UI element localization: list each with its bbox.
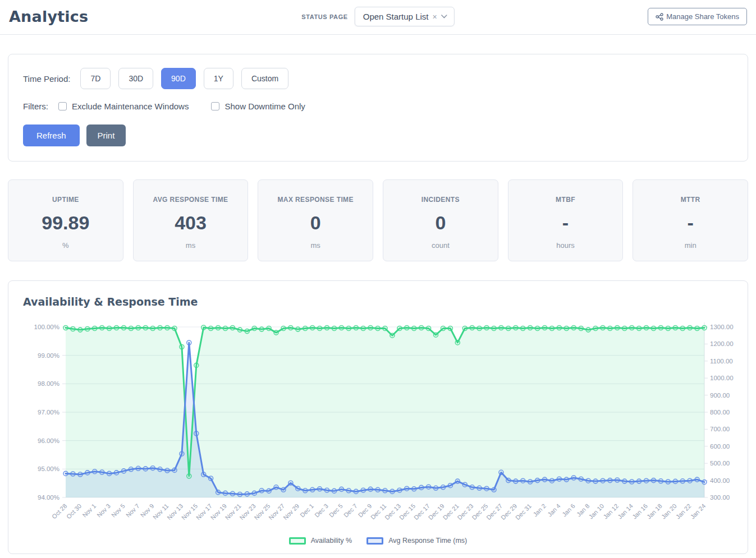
stat-unit: % [14,241,117,250]
x-axis-tick: Jan 22 [675,502,693,520]
stat-card-uptime: UPTIME 99.89 % [8,179,123,261]
stats-row: UPTIME 99.89 % AVG RESPONSE TIME 403 ms … [8,179,748,261]
x-axis-tick: Jan 4 [546,502,562,518]
stat-card-incidents: INCIDENTS 0 count [383,179,498,261]
stat-label: MAX RESPONSE TIME [264,196,367,204]
x-axis-tick: Dec 5 [328,502,344,519]
stat-value: - [514,213,617,233]
chart-title: Availability & Response Time [23,296,739,308]
left-axis-tick: 97.00% [38,409,59,416]
time-period-label: Time Period: [23,74,70,84]
x-axis-tick: Jan 24 [689,502,707,520]
right-axis-tick: 900.00 [710,392,730,399]
stat-label: MTTR [639,196,742,204]
analytics-page: Analytics STATUS PAGE Open Startup List … [0,0,756,558]
print-button[interactable]: Print [86,124,126,146]
stat-label: AVG RESPONSE TIME [139,196,242,204]
left-axis-tick: 98.00% [38,380,59,387]
exclude-maintenance-checkbox[interactable] [58,102,67,110]
stat-value: 403 [139,213,242,233]
stat-card-max-response: MAX RESPONSE TIME 0 ms [258,179,373,261]
x-axis-tick: Nov 5 [110,502,126,519]
status-page-select[interactable]: Open Startup List × [355,7,455,26]
filters-label: Filters: [23,102,48,111]
right-axis-tick: 400.00 [710,477,730,484]
period-button-7d[interactable]: 7D [80,68,111,89]
refresh-button[interactable]: Refresh [23,124,80,146]
x-axis-tick: Dec 3 [313,502,329,519]
availability-legend-swatch [289,537,306,545]
exclude-maintenance-label: Exclude Maintenance Windows [72,102,189,111]
stat-unit: ms [139,241,242,250]
filter-panel: Time Period: 7D 30D 90D 1Y Custom Filter… [8,54,748,162]
filters-row: Filters: Exclude Maintenance Windows Sho… [23,102,733,111]
x-axis-tick: Nov 1 [81,502,97,519]
availability-response-chart[interactable]: 100.00%99.00%98.00%97.00%96.00%95.00%94.… [17,316,739,533]
share-icon [656,13,663,21]
x-axis-tick: Jan 14 [616,502,634,520]
stat-card-avg-response: AVG RESPONSE TIME 403 ms [133,179,249,261]
x-axis-tick: Oct 28 [51,502,68,520]
manage-share-tokens-button[interactable]: Manage Share Tokens [648,8,747,25]
x-axis-tick: Oct 30 [65,502,83,520]
left-axis-tick: 100.00% [34,324,59,330]
show-downtime-checkbox[interactable] [211,102,219,110]
chart-wrap: 100.00%99.00%98.00%97.00%96.00%95.00%94.… [17,316,739,545]
x-axis-tick: Dec 1 [299,502,315,519]
x-axis-tick: Jan 10 [588,502,606,520]
status-page-group: STATUS PAGE Open Startup List × [301,7,454,26]
right-axis-tick: 800.00 [710,409,730,416]
time-period-row: Time Period: 7D 30D 90D 1Y Custom [23,68,733,89]
x-axis-tick: Jan 18 [645,502,663,520]
right-axis-tick: 1200.00 [710,340,734,347]
right-axis-tick: 1300.00 [710,324,734,330]
left-axis-tick: 96.00% [38,437,59,444]
period-button-custom[interactable]: Custom [241,68,288,89]
show-downtime-checkbox-group[interactable]: Show Downtime Only [211,102,305,111]
legend-item-response-time[interactable]: Avg Response Time (ms) [366,537,467,545]
stat-label: MTBF [514,196,617,204]
stat-value: 0 [264,213,367,233]
availability-legend-label: Availability % [311,537,352,545]
stat-value: 99.89 [14,213,117,233]
stat-card-mttr: MTTR - min [633,179,748,261]
x-axis-tick: Jan 12 [602,502,620,520]
chevron-down-icon [441,15,447,19]
page-title: Analytics [9,8,88,25]
stat-unit: ms [264,241,367,250]
stat-card-mtbf: MTBF - hours [508,179,624,261]
right-axis-tick: 300.00 [710,494,730,501]
right-axis-tick: 700.00 [710,426,730,432]
stat-label: INCIDENTS [389,196,492,204]
period-button-1y[interactable]: 1Y [204,68,233,89]
status-page-label: STATUS PAGE [301,13,347,20]
stat-unit: hours [514,241,617,250]
right-axis-tick: 500.00 [710,460,730,467]
x-axis-tick: Jan 20 [660,502,678,520]
x-axis-tick: Nov 3 [95,502,112,519]
period-button-90d[interactable]: 90D [161,68,196,89]
stat-value: 0 [389,213,492,233]
x-axis-tick: Dec 31 [514,502,533,521]
right-axis-tick: 1000.00 [710,375,734,381]
response-time-legend-label: Avg Response Time (ms) [388,537,467,545]
stat-label: UPTIME [14,196,117,204]
stat-value: - [639,213,742,233]
stat-unit: count [389,241,492,250]
period-button-30d[interactable]: 30D [118,68,153,89]
show-downtime-label: Show Downtime Only [224,102,305,111]
left-axis-tick: 99.00% [38,352,59,359]
action-row: Refresh Print [23,124,733,146]
x-axis-tick: Dec 7 [342,502,359,519]
clear-selection-icon[interactable]: × [432,13,437,21]
status-page-value: Open Startup List [363,12,429,21]
x-axis-tick: Jan 6 [561,502,576,518]
x-axis-tick: Jan 16 [631,502,649,520]
legend-item-availability[interactable]: Availability % [289,537,352,545]
exclude-maintenance-checkbox-group[interactable]: Exclude Maintenance Windows [58,102,189,111]
right-axis-tick: 1100.00 [710,358,733,365]
x-axis-tick: Jan 2 [532,502,547,518]
x-axis-tick: Nov 7 [125,502,141,519]
left-axis-tick: 94.00% [38,494,59,501]
app-header: Analytics STATUS PAGE Open Startup List … [0,0,756,35]
